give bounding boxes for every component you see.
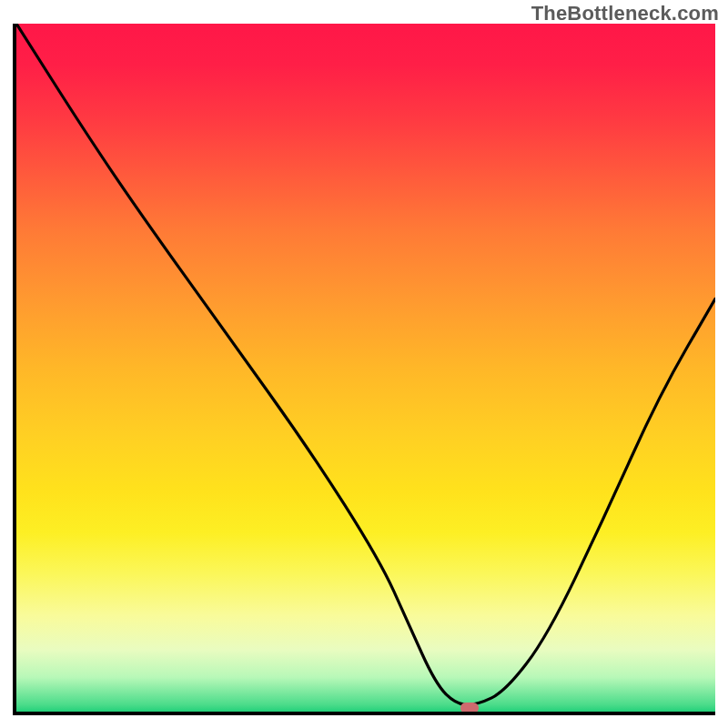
- chart-container: TheBottleneck.com: [0, 0, 728, 728]
- bottleneck-curve-path: [16, 24, 715, 704]
- watermark-text: TheBottleneck.com: [531, 2, 719, 25]
- plot-area: [13, 24, 715, 715]
- optimal-marker: [460, 703, 479, 713]
- curve-svg: [16, 24, 715, 712]
